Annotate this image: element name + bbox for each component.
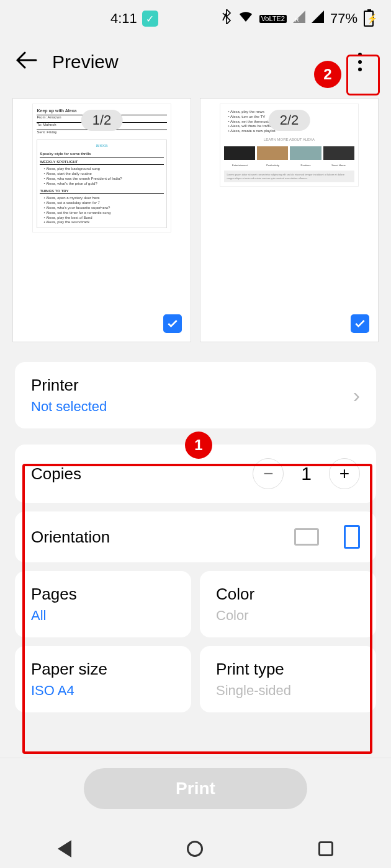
print-type-value: Single-sided [216, 683, 360, 699]
page-indicator: 2/2 [269, 110, 310, 131]
page-title: Preview [52, 51, 119, 73]
color-value: Color [216, 608, 360, 624]
battery-charging-icon: ⚡ [364, 11, 374, 27]
copies-plus-button[interactable]: + [329, 458, 360, 489]
svg-text:R: R [295, 17, 299, 23]
paper-value: ISO A4 [31, 683, 175, 699]
page-select-checkbox[interactable] [351, 314, 369, 333]
orientation-landscape-icon[interactable] [294, 528, 319, 546]
orientation-portrait-icon[interactable] [344, 525, 360, 549]
page-select-checkbox[interactable] [163, 314, 182, 333]
back-button[interactable] [16, 51, 37, 74]
volte-badge: VoLTE2 [259, 15, 287, 23]
page-thumbnails: Keep up with Alexa From: Amazon To: Mahe… [0, 87, 391, 342]
notification-app-icon: ✓ [142, 11, 158, 27]
print-button[interactable]: Print [84, 768, 307, 809]
color-row[interactable]: Color Color [200, 571, 376, 637]
wifi-icon [238, 11, 253, 27]
paper-label: Paper size [31, 660, 175, 679]
copies-label: Copies [31, 464, 81, 484]
copies-stepper: − 1 + [253, 458, 360, 489]
print-type-row[interactable]: Print type Single-sided [200, 646, 376, 712]
more-menu-button[interactable] [345, 45, 375, 79]
printer-select-row[interactable]: Printer Not selected › [15, 362, 376, 428]
copies-row: Copies − 1 + [15, 445, 376, 503]
copies-value: 1 [301, 463, 312, 484]
print-type-label: Print type [216, 660, 360, 679]
orientation-label: Orientation [31, 528, 110, 547]
system-nav-bar [0, 830, 391, 868]
nav-back-icon[interactable] [58, 840, 71, 857]
color-label: Color [216, 585, 360, 604]
pages-label: Pages [31, 585, 175, 604]
battery-percent: 77% [330, 11, 357, 27]
status-bar: 4:11 ✓ VoLTE2 R 77% ⚡ [0, 0, 391, 37]
printer-value: Not selected [31, 399, 107, 415]
page-thumb-1[interactable]: Keep up with Alexa From: Amazon To: Mahe… [12, 98, 191, 342]
page-thumb-2[interactable]: Alexa, play the news Alexa, turn on the … [200, 98, 379, 342]
chevron-right-icon: › [353, 383, 360, 407]
copies-minus-button[interactable]: − [253, 458, 284, 489]
signal-roaming-icon: R [293, 11, 305, 27]
nav-home-icon[interactable] [187, 841, 203, 857]
orientation-row: Orientation [15, 512, 376, 562]
pages-row[interactable]: Pages All [15, 571, 191, 637]
signal-icon [312, 11, 324, 27]
app-header: Preview [0, 37, 391, 87]
printer-label: Printer [31, 376, 107, 395]
page-indicator: 1/2 [81, 110, 123, 131]
nav-recent-icon[interactable] [318, 841, 333, 856]
paper-size-row[interactable]: Paper size ISO A4 [15, 646, 191, 712]
pages-value: All [31, 608, 175, 624]
status-time: 4:11 [110, 11, 137, 27]
bluetooth-icon [221, 9, 232, 28]
